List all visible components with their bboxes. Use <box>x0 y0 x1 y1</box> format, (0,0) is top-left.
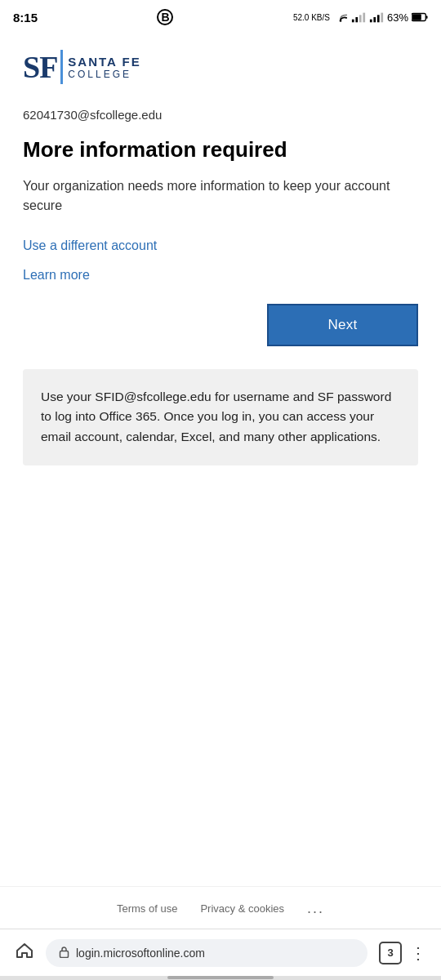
status-b-icon: B <box>157 9 173 25</box>
svg-rect-1 <box>352 20 354 23</box>
page-title: More information required <box>23 136 418 163</box>
svg-point-0 <box>340 20 342 22</box>
logo-divider <box>60 50 63 84</box>
info-box-text: Use your SFID@sfcollege.edu for username… <box>41 387 400 448</box>
battery-icon <box>412 12 428 22</box>
svg-rect-3 <box>359 15 362 22</box>
svg-rect-8 <box>381 13 383 23</box>
network-speed: 52.0 KB/S <box>293 13 330 22</box>
college-logo: SF Santa Fe College <box>23 49 141 85</box>
nav-indicator <box>0 976 441 980</box>
nav-indicator-bar <box>167 976 274 979</box>
battery-percent: 63% <box>387 11 408 24</box>
footer-more-button[interactable]: ... <box>307 900 324 917</box>
terms-of-use-link[interactable]: Terms of use <box>117 902 177 915</box>
info-box: Use your SFID@sfcollege.edu for username… <box>23 369 418 466</box>
status-time: 8:15 <box>13 11 38 24</box>
footer: Terms of use Privacy & cookies ... <box>0 886 441 929</box>
use-different-account-link[interactable]: Use a different account <box>23 238 418 253</box>
svg-rect-6 <box>373 17 376 22</box>
user-email: 62041730@sfcollege.edu <box>23 108 418 122</box>
browser-lock-icon <box>59 946 69 960</box>
logo-text: Santa Fe College <box>68 55 140 80</box>
learn-more-link[interactable]: Learn more <box>23 268 418 283</box>
browser-home-icon[interactable] <box>15 941 34 965</box>
svg-rect-7 <box>377 15 380 22</box>
status-icons: 52.0 KB/S 63% <box>293 11 428 24</box>
privacy-cookies-link[interactable]: Privacy & cookies <box>200 902 284 915</box>
logo-container: SF Santa Fe College <box>23 49 418 85</box>
signal-icon-2 <box>369 11 384 23</box>
browser-bar: login.microsoftonline.com 3 ⋮ <box>0 929 441 976</box>
next-button[interactable]: Next <box>267 304 418 346</box>
page-description: Your organization needs more information… <box>23 176 418 216</box>
svg-rect-12 <box>60 951 69 957</box>
logo-text-top: Santa Fe <box>68 55 140 69</box>
wifi-icon <box>333 11 348 23</box>
logo-text-bottom: College <box>68 69 140 80</box>
browser-url-bar[interactable]: login.microsoftonline.com <box>46 939 368 967</box>
button-row: Next <box>23 304 418 346</box>
browser-menu-icon[interactable]: ⋮ <box>410 943 426 963</box>
signal-icon <box>351 11 366 23</box>
browser-tab-count[interactable]: 3 <box>379 942 402 964</box>
status-bar: 8:15 B 52.0 KB/S 63% <box>0 0 441 33</box>
main-content: SF Santa Fe College 62041730@sfcollege.e… <box>0 33 441 886</box>
svg-rect-4 <box>363 13 365 23</box>
svg-rect-2 <box>355 17 358 22</box>
logo-sf-letters: SF <box>23 49 57 85</box>
svg-rect-11 <box>426 16 428 19</box>
svg-rect-10 <box>412 14 421 20</box>
browser-url-text: login.microsoftonline.com <box>76 947 205 960</box>
svg-rect-5 <box>370 20 372 23</box>
